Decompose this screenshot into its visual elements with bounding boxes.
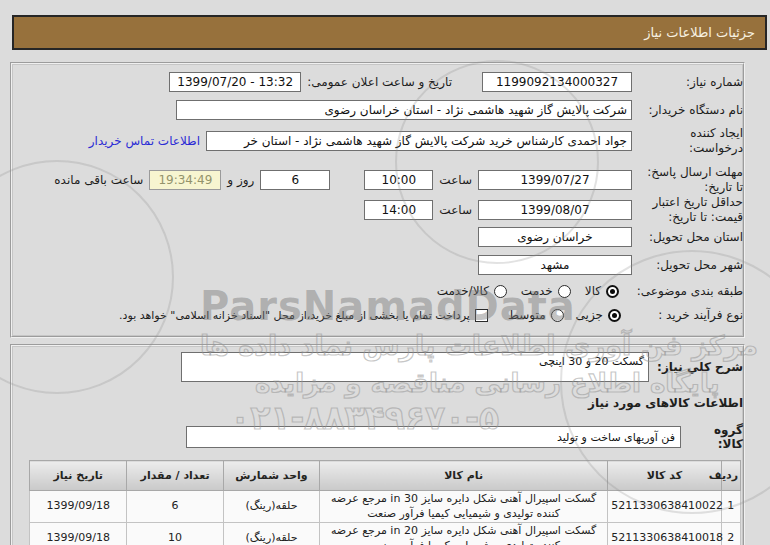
- row-subject-category: طبقه بندی موضوعی: کالا خدمت کالا/خدمت: [14, 282, 743, 300]
- goods-table-header-row: ردیف کد کالا نام کالا واحد شمارش تعداد /…: [30, 461, 741, 491]
- radio-medium-icon[interactable]: [551, 309, 564, 322]
- need-number-label: شماره نیاز:: [638, 75, 743, 90]
- radio-goods[interactable]: کالا: [585, 284, 619, 298]
- need-description-label: شرح کلي نیاز:: [655, 352, 743, 374]
- cell-qty: 10: [127, 523, 223, 545]
- table-row: 1 5211330638410022 گسکت اسپیرال آهنی شکل…: [30, 491, 741, 523]
- city-field[interactable]: مشهد: [478, 255, 632, 275]
- remaining-days-suffix: روز و: [227, 173, 254, 187]
- price-validity-time-field[interactable]: 14:00: [364, 200, 433, 220]
- goods-group-label: گروه کالا:: [687, 423, 743, 451]
- countdown-timer: 19:34:49: [149, 170, 221, 190]
- row-city: شهر محل تحویل: مشهد: [14, 254, 743, 276]
- page-title-text: جزئیات اطلاعات نیاز: [644, 25, 755, 40]
- row-need-number: شماره نیاز: 1199092134000327 تاریخ و ساع…: [14, 71, 743, 93]
- process-type-label: نوع فرآیند خرید :: [633, 308, 743, 323]
- col-unit: واحد شمارش: [223, 461, 319, 491]
- cell-name: گسکت اسپیرال آهنی شکل دایره سایز in 30 م…: [320, 491, 608, 523]
- radio-goods-service-icon[interactable]: [494, 285, 507, 298]
- need-details-page: جزئیات اطلاعات نیاز شماره نیاز: 11990921…: [0, 0, 770, 545]
- goods-group-field[interactable]: فن آوریهای ساخت و تولید: [186, 426, 681, 448]
- cell-date: 1399/09/18: [30, 523, 127, 545]
- cell-unit: حلقه(رینگ): [223, 523, 319, 545]
- row-need-description: شرح کلي نیاز: گسکت 20 و 30 اینچی: [14, 352, 743, 384]
- radio-service-icon[interactable]: [558, 285, 571, 298]
- reply-deadline-time-field[interactable]: 10:00: [364, 170, 433, 190]
- radio-service[interactable]: خدمت: [521, 284, 571, 298]
- radio-partial-icon[interactable]: [608, 309, 621, 322]
- treasury-payment-note: پرداخت تمام یا بخشی از مبلغ خرید،از محل …: [119, 309, 470, 322]
- countdown-suffix: ساعت باقی مانده: [54, 173, 143, 187]
- cell-code: 5211330638410022: [608, 491, 722, 523]
- page-title: جزئیات اطلاعات نیاز: [12, 15, 767, 50]
- radio-goods-service-label: کالا/خدمت: [437, 284, 489, 298]
- row-province: استان محل تحویل: خراسان رضوی: [14, 226, 743, 248]
- cell-name: گسکت اسپیرال آهنی شکل دایره سایز in 20 م…: [320, 523, 608, 545]
- cell-code: 5211330638410018: [608, 523, 722, 545]
- cell-row: 2: [721, 523, 740, 545]
- row-reply-deadline: مهلت ارسال پاسخ: تا تاریخ: 1399/07/27 سا…: [14, 166, 743, 194]
- announce-datetime-field[interactable]: 1399/07/20 - 13:32: [169, 72, 301, 92]
- col-row: ردیف: [721, 461, 740, 491]
- radio-medium[interactable]: متوسط: [508, 308, 564, 322]
- province-field[interactable]: خراسان رضوی: [478, 227, 632, 247]
- province-label: استان محل تحویل:: [638, 230, 743, 245]
- col-qty: تعداد / مقدار: [127, 461, 223, 491]
- radio-partial[interactable]: جزیی: [576, 308, 621, 322]
- reply-deadline-date-field[interactable]: 1399/07/27: [478, 170, 632, 190]
- creator-label: ایجاد کننده درخواست:: [638, 126, 743, 156]
- cell-qty: 6: [127, 491, 223, 523]
- table-row: 2 5211330638410018 گسکت اسپیرال آهنی شکل…: [30, 523, 741, 545]
- row-price-validity: حداقل تاریخ اعتبار قیمت: تا تاریخ: 1399/…: [14, 196, 743, 224]
- treasury-payment-checkbox[interactable]: [475, 309, 488, 322]
- radio-goods-icon[interactable]: [606, 285, 619, 298]
- treasury-payment-option[interactable]: پرداخت تمام یا بخشی از مبلغ خرید،از محل …: [119, 309, 488, 322]
- goods-table: ردیف کد کالا نام کالا واحد شمارش تعداد /…: [29, 460, 741, 545]
- buyer-field[interactable]: شرکت پالایش گاز شهید هاشمی نژاد - استان …: [176, 100, 632, 120]
- radio-service-label: خدمت: [521, 284, 553, 298]
- col-date: تاریخ نیاز: [30, 461, 127, 491]
- reply-deadline-hour-label: ساعت: [439, 173, 472, 187]
- goods-info-header: اطلاعات کالاهای مورد نیاز: [588, 396, 743, 410]
- buyer-contact-link[interactable]: اطلاعات تماس خریدار: [89, 134, 200, 148]
- col-name: نام کالا: [320, 461, 608, 491]
- row-creator: ایجاد کننده درخواست: جواد احمدی کارشناس …: [14, 124, 743, 158]
- radio-goods-label: کالا: [585, 284, 601, 298]
- cell-date: 1399/09/18: [30, 491, 127, 523]
- row-goods-group: گروه کالا: فن آوریهای ساخت و تولید: [14, 426, 743, 448]
- row-buyer: نام دستگاه خریدار: شرکت پالایش گاز شهید …: [14, 99, 743, 121]
- city-label: شهر محل تحویل:: [638, 258, 743, 273]
- radio-medium-label: متوسط: [508, 308, 546, 322]
- need-description-field[interactable]: گسکت 20 و 30 اینچی: [181, 352, 649, 382]
- cell-unit: حلقه(رینگ): [223, 491, 319, 523]
- price-validity-label: حداقل تاریخ اعتبار قیمت: تا تاریخ:: [638, 195, 743, 225]
- buyer-label: نام دستگاه خریدار:: [638, 103, 743, 118]
- remaining-days-field[interactable]: 6: [260, 170, 330, 190]
- col-code: کد کالا: [608, 461, 722, 491]
- subject-category-label: طبقه بندی موضوعی:: [633, 284, 743, 299]
- radio-goods-service[interactable]: کالا/خدمت: [437, 284, 507, 298]
- creator-field[interactable]: جواد احمدی کارشناس خرید شرکت پالایش گاز …: [206, 131, 632, 151]
- price-validity-date-field[interactable]: 1399/08/07: [478, 200, 632, 220]
- cell-row: 1: [721, 491, 740, 523]
- radio-partial-label: جزیی: [576, 308, 603, 322]
- price-validity-hour-label: ساعت: [439, 203, 472, 217]
- announce-datetime-label: تاریخ و ساعت اعلان عمومی:: [307, 75, 452, 89]
- row-process-type: نوع فرآیند خرید : جزیی متوسط پرداخت تمام…: [14, 306, 743, 324]
- need-number-field[interactable]: 1199092134000327: [482, 72, 632, 92]
- reply-deadline-label: مهلت ارسال پاسخ: تا تاریخ:: [638, 165, 743, 195]
